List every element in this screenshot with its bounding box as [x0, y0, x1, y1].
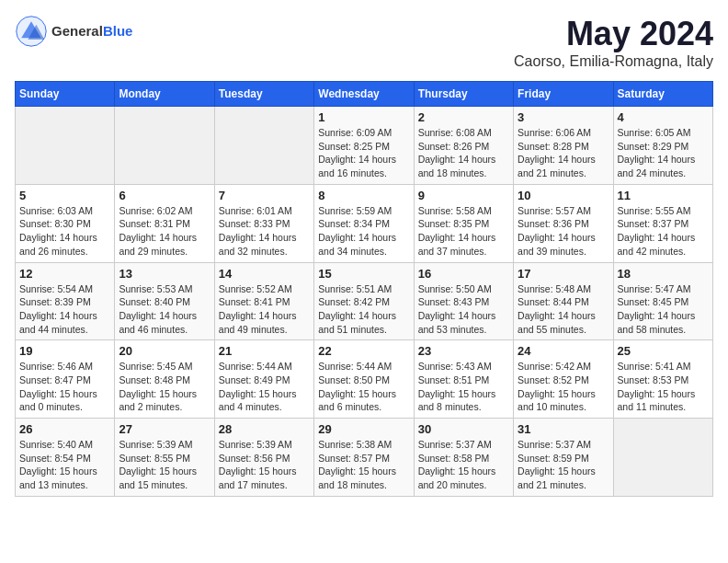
day-number: 6	[119, 189, 210, 202]
calendar-day-cell: 19Sunrise: 5:46 AM Sunset: 8:47 PM Dayli…	[16, 340, 115, 419]
calendar-day-cell: 7Sunrise: 6:01 AM Sunset: 8:33 PM Daylig…	[214, 184, 313, 262]
calendar-day-cell: 17Sunrise: 5:48 AM Sunset: 8:44 PM Dayli…	[514, 262, 613, 340]
calendar-day-cell: 30Sunrise: 5:37 AM Sunset: 8:58 PM Dayli…	[414, 419, 513, 497]
title-area: May 2024 Caorso, Emilia-Romagna, Italy	[514, 15, 713, 70]
weekday-header: Wednesday	[314, 82, 414, 107]
calendar-day-cell: 2Sunrise: 6:08 AM Sunset: 8:26 PM Daylig…	[414, 107, 513, 185]
weekday-header: Sunday	[16, 82, 115, 107]
day-number: 9	[418, 189, 509, 202]
weekday-header: Saturday	[613, 82, 712, 107]
day-number: 28	[219, 422, 310, 436]
calendar-day-cell: 1Sunrise: 6:09 AM Sunset: 8:25 PM Daylig…	[314, 107, 414, 185]
calendar-day-cell: 25Sunrise: 5:41 AM Sunset: 8:53 PM Dayli…	[613, 340, 712, 419]
calendar-day-cell: 22Sunrise: 5:44 AM Sunset: 8:50 PM Dayli…	[314, 340, 414, 419]
calendar-day-cell: 23Sunrise: 5:43 AM Sunset: 8:51 PM Dayli…	[414, 340, 513, 419]
calendar-day-cell: 24Sunrise: 5:42 AM Sunset: 8:52 PM Dayli…	[514, 340, 613, 419]
day-number: 24	[518, 344, 609, 358]
calendar-day-cell: 27Sunrise: 5:39 AM Sunset: 8:55 PM Dayli…	[115, 419, 214, 497]
weekday-header: Friday	[514, 82, 613, 107]
day-number: 10	[518, 189, 609, 202]
day-detail: Sunrise: 5:57 AM Sunset: 8:36 PM Dayligh…	[518, 204, 609, 259]
calendar-day-cell: 13Sunrise: 5:53 AM Sunset: 8:40 PM Dayli…	[115, 262, 214, 340]
calendar-title: May 2024	[514, 15, 713, 53]
day-detail: Sunrise: 5:58 AM Sunset: 8:35 PM Dayligh…	[418, 204, 509, 259]
day-detail: Sunrise: 5:59 AM Sunset: 8:34 PM Dayligh…	[318, 204, 409, 259]
calendar-week-row: 26Sunrise: 5:40 AM Sunset: 8:54 PM Dayli…	[16, 419, 713, 497]
day-number: 13	[119, 267, 210, 281]
day-detail: Sunrise: 6:08 AM Sunset: 8:26 PM Dayligh…	[418, 126, 509, 180]
day-number: 29	[318, 422, 409, 436]
calendar-day-cell: 28Sunrise: 5:39 AM Sunset: 8:56 PM Dayli…	[214, 419, 313, 497]
day-detail: Sunrise: 5:44 AM Sunset: 8:49 PM Dayligh…	[219, 360, 310, 414]
day-detail: Sunrise: 5:55 AM Sunset: 8:37 PM Dayligh…	[618, 204, 709, 259]
weekday-header: Monday	[115, 82, 214, 107]
day-number: 14	[219, 267, 310, 281]
day-detail: Sunrise: 5:50 AM Sunset: 8:43 PM Dayligh…	[418, 282, 509, 337]
day-detail: Sunrise: 5:52 AM Sunset: 8:41 PM Dayligh…	[219, 282, 310, 337]
day-detail: Sunrise: 6:06 AM Sunset: 8:28 PM Dayligh…	[518, 126, 609, 180]
day-number: 23	[418, 344, 509, 358]
day-number: 16	[418, 267, 509, 281]
calendar-day-cell: 5Sunrise: 6:03 AM Sunset: 8:30 PM Daylig…	[16, 184, 115, 262]
calendar-table: SundayMondayTuesdayWednesdayThursdayFrid…	[15, 81, 713, 497]
logo-icon	[15, 15, 48, 48]
calendar-week-row: 5Sunrise: 6:03 AM Sunset: 8:30 PM Daylig…	[16, 184, 713, 262]
day-detail: Sunrise: 5:42 AM Sunset: 8:52 PM Dayligh…	[518, 360, 609, 414]
day-detail: Sunrise: 5:41 AM Sunset: 8:53 PM Dayligh…	[618, 360, 709, 414]
day-detail: Sunrise: 5:46 AM Sunset: 8:47 PM Dayligh…	[19, 360, 110, 414]
day-number: 11	[618, 189, 709, 202]
day-number: 22	[318, 344, 409, 358]
day-detail: Sunrise: 5:37 AM Sunset: 8:59 PM Dayligh…	[518, 438, 609, 492]
calendar-day-cell: 21Sunrise: 5:44 AM Sunset: 8:49 PM Dayli…	[214, 340, 313, 419]
day-number: 1	[318, 110, 409, 124]
day-detail: Sunrise: 5:39 AM Sunset: 8:55 PM Dayligh…	[119, 438, 210, 492]
weekday-header: Tuesday	[214, 82, 313, 107]
day-detail: Sunrise: 6:09 AM Sunset: 8:25 PM Dayligh…	[318, 126, 409, 180]
calendar-week-row: 1Sunrise: 6:09 AM Sunset: 8:25 PM Daylig…	[16, 107, 713, 185]
calendar-day-cell	[115, 107, 214, 185]
calendar-day-cell	[16, 107, 115, 185]
day-number: 5	[19, 189, 110, 202]
calendar-day-cell: 9Sunrise: 5:58 AM Sunset: 8:35 PM Daylig…	[414, 184, 513, 262]
calendar-day-cell: 14Sunrise: 5:52 AM Sunset: 8:41 PM Dayli…	[214, 262, 313, 340]
day-number: 15	[318, 267, 409, 281]
calendar-day-cell: 15Sunrise: 5:51 AM Sunset: 8:42 PM Dayli…	[314, 262, 414, 340]
calendar-week-row: 12Sunrise: 5:54 AM Sunset: 8:39 PM Dayli…	[16, 262, 713, 340]
calendar-day-cell: 8Sunrise: 5:59 AM Sunset: 8:34 PM Daylig…	[314, 184, 414, 262]
day-detail: Sunrise: 5:40 AM Sunset: 8:54 PM Dayligh…	[19, 438, 110, 492]
calendar-day-cell: 26Sunrise: 5:40 AM Sunset: 8:54 PM Dayli…	[16, 419, 115, 497]
day-number: 2	[418, 110, 509, 124]
logo-general-text: GeneralBlue	[51, 23, 132, 40]
calendar-subtitle: Caorso, Emilia-Romagna, Italy	[514, 53, 713, 70]
calendar-day-cell	[613, 419, 712, 497]
day-detail: Sunrise: 6:02 AM Sunset: 8:31 PM Dayligh…	[119, 204, 210, 259]
day-number: 27	[119, 422, 210, 436]
day-detail: Sunrise: 5:51 AM Sunset: 8:42 PM Dayligh…	[318, 282, 409, 337]
calendar-day-cell: 10Sunrise: 5:57 AM Sunset: 8:36 PM Dayli…	[514, 184, 613, 262]
day-number: 21	[219, 344, 310, 358]
calendar-day-cell: 20Sunrise: 5:45 AM Sunset: 8:48 PM Dayli…	[115, 340, 214, 419]
calendar-day-cell: 16Sunrise: 5:50 AM Sunset: 8:43 PM Dayli…	[414, 262, 513, 340]
day-detail: Sunrise: 5:48 AM Sunset: 8:44 PM Dayligh…	[518, 282, 609, 337]
calendar-day-cell: 11Sunrise: 5:55 AM Sunset: 8:37 PM Dayli…	[613, 184, 712, 262]
calendar-day-cell: 31Sunrise: 5:37 AM Sunset: 8:59 PM Dayli…	[514, 419, 613, 497]
day-detail: Sunrise: 5:53 AM Sunset: 8:40 PM Dayligh…	[119, 282, 210, 337]
day-number: 4	[618, 110, 709, 124]
day-number: 7	[219, 189, 310, 202]
day-number: 12	[19, 267, 110, 281]
calendar-week-row: 19Sunrise: 5:46 AM Sunset: 8:47 PM Dayli…	[16, 340, 713, 419]
day-detail: Sunrise: 5:47 AM Sunset: 8:45 PM Dayligh…	[618, 282, 709, 337]
day-detail: Sunrise: 6:01 AM Sunset: 8:33 PM Dayligh…	[219, 204, 310, 259]
day-number: 25	[618, 344, 709, 358]
day-number: 19	[19, 344, 110, 358]
day-detail: Sunrise: 5:43 AM Sunset: 8:51 PM Dayligh…	[418, 360, 509, 414]
day-detail: Sunrise: 5:54 AM Sunset: 8:39 PM Dayligh…	[19, 282, 110, 337]
day-number: 30	[418, 422, 509, 436]
page-header: GeneralBlue May 2024 Caorso, Emilia-Roma…	[15, 15, 713, 70]
calendar-day-cell: 3Sunrise: 6:06 AM Sunset: 8:28 PM Daylig…	[514, 107, 613, 185]
calendar-day-cell: 6Sunrise: 6:02 AM Sunset: 8:31 PM Daylig…	[115, 184, 214, 262]
weekday-header: Thursday	[414, 82, 513, 107]
day-detail: Sunrise: 5:37 AM Sunset: 8:58 PM Dayligh…	[418, 438, 509, 492]
calendar-day-cell	[214, 107, 313, 185]
day-detail: Sunrise: 5:39 AM Sunset: 8:56 PM Dayligh…	[219, 438, 310, 492]
